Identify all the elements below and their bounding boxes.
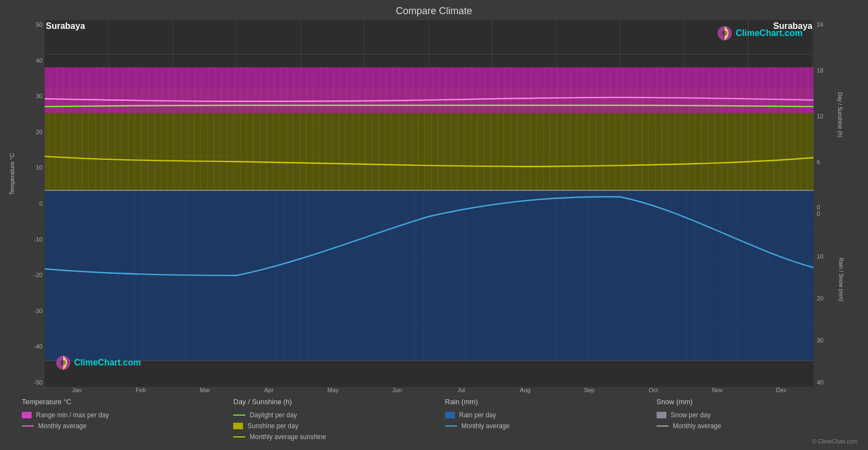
y-axis-left: Temperature °C 50 40 30 20 10 0 -10 -20 … xyxy=(11,20,45,387)
y-axis-right-bottom: 0 10 20 30 40 xyxy=(814,211,857,387)
brand-icon-bottom xyxy=(56,355,71,370)
y-axis-right-top-label: Day / Sunshine (h) xyxy=(837,82,843,148)
x-label-mar: Mar xyxy=(173,387,237,393)
y-axis-right: 24 18 12 6 0 0 10 20 30 40 Day / Sunshin… xyxy=(814,20,857,387)
city-label-left: Surabaya xyxy=(46,21,85,31)
page-wrapper: Compare Climate Temperature °C 50 40 30 … xyxy=(0,0,868,450)
legend-title-temperature: Temperature °C xyxy=(22,398,222,406)
legend-title-snow: Snow (mm) xyxy=(657,398,857,406)
y-axis-right-top: 24 18 12 6 0 xyxy=(814,20,857,211)
copyright: © ClimeChart.com xyxy=(657,439,857,445)
x-label-apr: Apr xyxy=(237,387,301,393)
legend-item-daylight: Daylight per day xyxy=(233,411,434,419)
legend-label-snow-per-day: Snow per day xyxy=(671,411,711,419)
y-axis-right-bottom-label: Rain / Snow (mm) xyxy=(838,247,844,313)
legend-item-rain-per-day: Rain per day xyxy=(445,411,646,419)
svg-point-1 xyxy=(722,31,727,36)
brand-icon-top xyxy=(717,26,732,41)
legend-item-sunshine-per-day: Sunshine per day xyxy=(233,422,434,430)
legend-line-monthly-avg-temp xyxy=(22,425,34,427)
chart-title: Compare Climate xyxy=(11,5,857,17)
legend-title-sunshine: Day / Sunshine (h) xyxy=(233,398,434,406)
x-label-sep: Sep xyxy=(557,387,622,393)
x-label-jul: Jul xyxy=(429,387,493,393)
legend-col-rain: Rain (mm) Rain per day Monthly average xyxy=(445,398,646,445)
legend-label-monthly-avg-snow: Monthly average xyxy=(673,422,721,430)
legend-item-range: Range min / max per day xyxy=(22,411,222,419)
legend-item-monthly-avg-sunshine: Monthly average sunshine xyxy=(233,433,434,441)
legend-label-sunshine-per-day: Sunshine per day xyxy=(247,422,298,430)
brand-logo-bottom: ClimeChart.com xyxy=(56,355,141,370)
legend-swatch-range xyxy=(22,412,32,418)
legend-item-snow-per-day: Snow per day xyxy=(657,411,857,419)
legend-label-monthly-avg-sunshine: Monthly average sunshine xyxy=(250,433,326,441)
legend-label-daylight: Daylight per day xyxy=(250,411,297,419)
legend-item-monthly-avg-temp: Monthly average xyxy=(22,422,222,430)
legend-col-temperature: Temperature °C Range min / max per day M… xyxy=(22,398,222,445)
legend-area: Temperature °C Range min / max per day M… xyxy=(22,398,857,445)
legend-line-daylight xyxy=(233,415,245,416)
brand-text-top: ClimeChart.com xyxy=(736,28,803,38)
legend-col-sunshine: Day / Sunshine (h) Daylight per day Suns… xyxy=(233,398,434,445)
legend-item-monthly-avg-rain: Monthly average xyxy=(445,422,646,430)
chart-area: Surabaya Surabaya ClimeChart.com ClimeC xyxy=(45,20,814,387)
legend-swatch-sunshine xyxy=(233,423,243,429)
x-label-jan: Jan xyxy=(45,387,109,393)
legend-line-monthly-avg-sunshine xyxy=(233,436,245,437)
brand-text-bottom: ClimeChart.com xyxy=(74,358,141,368)
legend-line-monthly-avg-rain xyxy=(445,425,457,427)
legend-label-monthly-avg-temp: Monthly average xyxy=(38,422,87,430)
y-axis-left-label: Temperature °C xyxy=(9,141,15,207)
legend-label-range: Range min / max per day xyxy=(36,411,109,419)
y-axis-left-ticks: 50 40 30 20 10 0 -10 -20 -30 -40 -50 xyxy=(11,20,45,387)
x-label-jun: Jun xyxy=(365,387,429,393)
x-axis: Jan Feb Mar Apr May Jun Jul Aug Sep Oct … xyxy=(45,387,814,393)
x-label-nov: Nov xyxy=(685,387,750,393)
legend-label-monthly-avg-rain: Monthly average xyxy=(462,422,510,430)
x-label-feb: Feb xyxy=(109,387,173,393)
brand-logo-top: ClimeChart.com xyxy=(717,26,803,41)
chart-svg xyxy=(45,20,814,387)
legend-item-monthly-avg-snow: Monthly average xyxy=(657,422,857,430)
legend-swatch-snow xyxy=(657,412,666,418)
x-label-oct: Oct xyxy=(621,387,685,393)
x-label-dec: Dec xyxy=(749,387,814,393)
x-label-may: May xyxy=(301,387,365,393)
svg-point-3 xyxy=(60,360,66,365)
x-label-aug: Aug xyxy=(493,387,557,393)
legend-line-monthly-avg-snow xyxy=(657,425,669,427)
legend-col-snow: Snow (mm) Snow per day Monthly average ©… xyxy=(657,398,857,445)
legend-label-rain-per-day: Rain per day xyxy=(459,411,496,419)
legend-title-rain: Rain (mm) xyxy=(445,398,646,406)
legend-swatch-rain xyxy=(445,412,455,418)
